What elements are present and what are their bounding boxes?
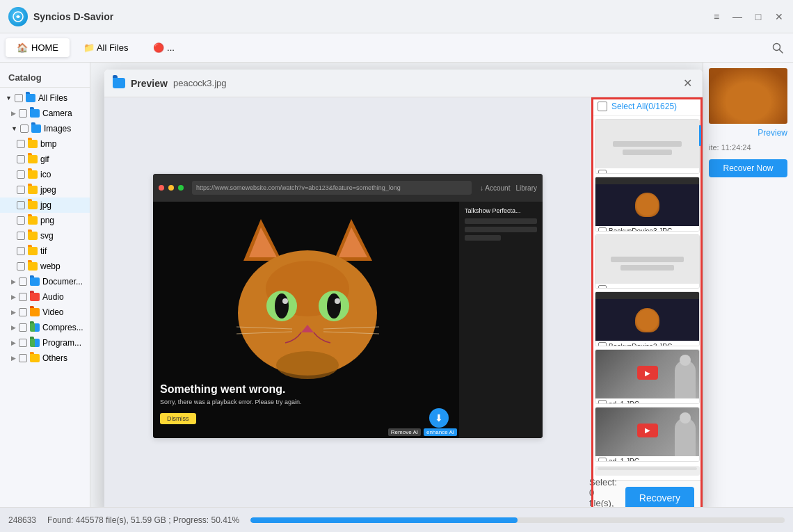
checkbox[interactable] [17,170,25,179]
file-item-blurred1[interactable]: ———————— [595,119,700,174]
checkbox[interactable] [19,354,27,362]
date-label: ite: 11:24:24 [709,143,787,152]
tab2[interactable]: 🔴 ... [142,38,185,57]
folder2-icon: 🔴 [153,42,164,53]
file-item-partial[interactable] [595,466,700,476]
browser-actions: ↓ Account Library [480,184,537,192]
all-files-tab[interactable]: 📁 All Files [72,38,139,57]
checkbox[interactable] [17,186,25,194]
sidebar-item-allfiles[interactable]: ▼ All Files [0,90,90,106]
dismiss-button[interactable]: Dismiss [160,413,196,424]
sidebar-item-images[interactable]: ▼ Images [0,121,90,136]
svg-point-11 [275,293,289,319]
svg-point-13 [282,298,288,304]
sidebar-item-tif[interactable]: tif [0,243,90,259]
cat-container: Something went wrong. Sorry, there was a… [153,202,459,438]
file-item-blurred2[interactable]: ———————— [595,234,700,289]
home-tab[interactable]: 🏠 HOME [6,38,70,57]
close-btn[interactable]: ✕ [772,11,786,22]
file-checkbox[interactable] [598,227,607,232]
sidebar-line1 [465,218,537,224]
search-button[interactable] [768,38,787,58]
sidebar-item-webp[interactable]: webp [0,259,90,274]
minimize-btn[interactable]: — [730,11,744,22]
file-checkbox[interactable] [598,342,607,346]
sidebar-item-png[interactable]: png [0,213,90,228]
recover-now-button[interactable]: Recover Now [709,159,787,177]
sidebar-item-jpg[interactable]: jpg [0,198,90,213]
expand-icon: ▶ [11,278,16,285]
preview-label[interactable]: Preview [709,128,787,138]
sidebar-item-jpeg[interactable]: jpeg [0,182,90,198]
browser-btn1[interactable]: ↓ Account [480,184,510,192]
sidebar-item-video[interactable]: ▶ Video [0,305,90,320]
dialog-close-button[interactable]: ✕ [680,76,694,90]
checkbox[interactable] [19,109,27,118]
maximize-btn[interactable]: □ [751,11,765,22]
sidebar-item-others[interactable]: ▶ Others [0,350,90,366]
sidebar-heading: Talkshow Perfecta... [465,207,537,214]
sidebar-item-bmp[interactable]: bmp [0,136,90,152]
folder-icon [28,262,38,271]
sidebar-item-label: Video [42,307,63,317]
checkbox[interactable] [17,247,25,255]
thumb-body2 [595,299,699,341]
sidebar-item-audio[interactable]: ▶ Audio [0,289,90,305]
checkbox[interactable] [15,94,23,102]
file-item-backup1[interactable]: BackupDevice3.JPG [595,177,700,232]
dialog-body: https://www.somewebsite.com/watch?v=abc1… [104,97,703,507]
checkbox[interactable] [17,232,25,240]
error-overlay: Something went wrong. Sorry, there was a… [160,383,452,424]
red-logo: ▶ [637,366,658,380]
sidebar-item-documents[interactable]: ▶ Documer... [0,274,90,289]
app-title: Syncios D-Savior [33,11,113,22]
checkbox[interactable] [17,140,25,148]
thumb-cat2 [635,308,659,332]
folder-icon: 📁 [83,42,95,53]
home-icon: 🏠 [17,42,28,53]
sidebar-item-label: tif [40,246,47,256]
browser-btn2[interactable]: Library [515,184,537,192]
sidebar-item-compressed[interactable]: ▶ Compres... [0,320,90,335]
file-item-ad2[interactable]: ▶ ad_1.JPG [595,407,700,462]
cat-thumbnail [709,68,787,124]
red-logo2: ▶ [637,424,658,437]
file-list-panel: Select All(0/1625) [591,97,703,507]
watermark1: Remove AI [388,428,421,436]
sidebar-item-camera[interactable]: ▶ Camera [0,106,90,121]
file-thumb-blurred2 [595,235,699,284]
file-item-backup2[interactable]: BackupDevice3.JPG [595,291,700,346]
svg-point-14 [335,298,340,304]
checkbox[interactable] [20,124,29,133]
checkbox[interactable] [19,339,27,347]
file-checkbox[interactable] [598,285,607,289]
file-item-ad1[interactable]: ▶ ad_1.JPG [595,349,700,404]
expand-icon: ▶ [11,339,16,346]
checkbox[interactable] [19,293,27,301]
recovery-button[interactable]: Recovery [625,487,694,508]
sidebar-item-svg[interactable]: svg [0,228,90,243]
checkbox[interactable] [19,277,27,286]
select-all-checkbox[interactable] [598,102,607,111]
status-bar: 248633 Found: 445578 file(s), 51.59 GB ;… [0,507,793,532]
checkbox[interactable] [19,323,27,332]
checkbox[interactable] [19,308,27,316]
file-checkbox[interactable] [598,170,607,174]
menu-icon[interactable]: ≡ [710,11,723,22]
file-checkbox[interactable] [598,400,607,404]
file-checkbox[interactable] [598,458,607,462]
select-all-row[interactable]: Select All(0/1625) [592,97,703,116]
checkbox[interactable] [17,216,25,225]
sidebar-item-ico[interactable]: ico [0,167,90,182]
download-button[interactable]: ⬇ [429,408,449,428]
checkbox[interactable] [17,155,25,163]
sidebar-item-programs[interactable]: ▶ Program... [0,335,90,350]
folder-icon [31,124,41,133]
checkbox[interactable] [17,262,25,271]
dialog-filename: peacock3.jpg [173,78,227,88]
expand-icon: ▶ [11,293,16,300]
checkbox[interactable] [17,201,25,209]
browser-thumb2 [595,292,699,341]
person-head [680,355,691,366]
sidebar-item-gif[interactable]: gif [0,152,90,167]
